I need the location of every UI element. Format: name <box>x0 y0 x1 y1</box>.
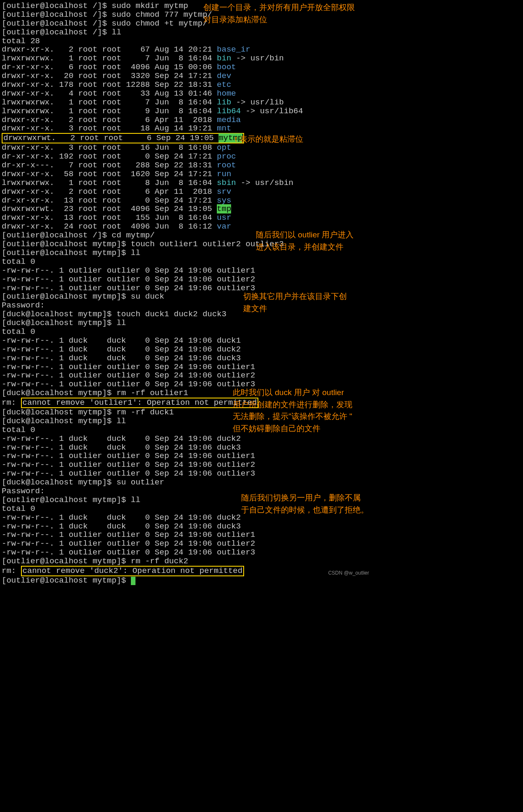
list-row: drwxrwxrwt. 23 root root 4096 Sep 24 19:… <box>2 205 371 213</box>
list-row: dr-xr-xr-x. 6 root root 4096 Aug 15 00:0… <box>2 63 371 72</box>
cursor <box>131 577 135 585</box>
list-row: drwxr-xr-x. 2 root root 6 Apr 11 2018 sr… <box>2 187 371 196</box>
annotation-sticky-bit: t 表示的就是粘滞位 <box>235 133 303 146</box>
annotation-switch-user: 切换其它用户并在该目录下创建文件 <box>243 291 347 315</box>
list-row: -rw-rw-r--. 1 outlier outlier 0 Sep 24 1… <box>2 363 371 372</box>
list-row: -rw-rw-r--. 1 duck duck 0 Sep 24 19:06 d… <box>2 443 371 452</box>
list-row: dr-xr-x---. 7 root root 288 Sep 22 18:31… <box>2 161 371 170</box>
list-row: drwxr-xr-x. 3 root root 16 Jun 8 16:08 o… <box>2 143 371 152</box>
list-row: drwxr-xr-x. 13 root root 155 Jun 8 16:04… <box>2 213 371 222</box>
list-row: dr-xr-xr-x. 192 root root 0 Sep 24 17:21… <box>2 152 371 161</box>
error-box-1: cannot remove 'outlier1': Operation not … <box>21 398 259 408</box>
list-row: drwxr-xr-x. 2 root root 6 Apr 11 2018 me… <box>2 116 371 125</box>
list-row: -rw-rw-r--. 1 outlier outlier 0 Sep 24 1… <box>2 539 371 548</box>
list-row: -rw-rw-r--. 1 duck duck 0 Sep 24 19:06 d… <box>2 345 371 354</box>
annotation-switch-again: 随后我们切换另一用户，删除不属于自己文件的时候，也遭到了拒绝。 <box>241 492 369 516</box>
annotation-create-dir: 创建一个目录，并对所有用户开放全部权限对目录添加粘滞位 <box>203 2 355 26</box>
list-row: lrwxrwxrwx. 1 root root 9 Jun 8 16:04 li… <box>2 107 371 116</box>
list-row: drwxrwxrwt. 2 root root 6 Sep 24 19:05 m… <box>2 133 371 143</box>
list-row: lrwxrwxrwx. 1 root root 8 Jun 8 16:04 sb… <box>2 179 371 187</box>
list-row: -rw-rw-r--. 1 duck duck 0 Sep 24 19:06 d… <box>2 522 371 531</box>
error-box-2: cannot remove 'duck2': Operation not per… <box>21 566 245 576</box>
list-row: drwxr-xr-x. 2 root root 67 Aug 14 20:21 … <box>2 45 371 54</box>
list-row: -rw-rw-r--. 1 outlier outlier 0 Sep 24 1… <box>2 275 371 284</box>
list-row: lrwxrwxrwx. 1 root root 7 Jun 8 16:04 li… <box>2 98 371 107</box>
list-row: -rw-rw-r--. 1 outlier outlier 0 Sep 24 1… <box>2 531 371 539</box>
list-row: drwxr-xr-x. 3 root root 18 Aug 14 19:21 … <box>2 124 371 133</box>
list-row: lrwxrwxrwx. 1 root root 7 Jun 8 16:04 bi… <box>2 54 371 63</box>
annotation-delete-denied: 此时我们以 duck 用户 对 outlier用户所创建的文件进行删除，发现无法… <box>233 387 352 435</box>
list-row: -rw-rw-r--. 1 outlier outlier 0 Sep 24 1… <box>2 461 371 469</box>
list-row: drwxr-xr-x. 20 root root 3320 Sep 24 17:… <box>2 72 371 81</box>
watermark: CSDN @w_outlier <box>328 570 369 576</box>
list-row: -rw-rw-r--. 1 duck duck 0 Sep 24 19:06 d… <box>2 336 371 345</box>
list-row: -rw-rw-r--. 1 outlier outlier 0 Sep 24 1… <box>2 266 371 275</box>
list-row: -rw-rw-r--. 1 outlier outlier 0 Sep 24 1… <box>2 548 371 557</box>
list-row: -rw-rw-r--. 1 outlier outlier 0 Sep 24 1… <box>2 469 371 478</box>
list-row: -rw-rw-r--. 1 duck duck 0 Sep 24 19:06 d… <box>2 354 371 363</box>
list-row: drwxr-xr-x. 178 root root 12288 Sep 22 1… <box>2 81 371 89</box>
list-row: -rw-rw-r--. 1 outlier outlier 0 Sep 24 1… <box>2 452 371 461</box>
list-row: dr-xr-xr-x. 13 root root 0 Sep 24 17:21 … <box>2 196 371 205</box>
list-row: drwxr-xr-x. 58 root root 1620 Sep 24 17:… <box>2 170 371 179</box>
list-row: -rw-rw-r--. 1 duck duck 0 Sep 24 19:06 d… <box>2 435 371 443</box>
list-row: drwxr-xr-x. 4 root root 33 Aug 13 01:46 … <box>2 89 371 98</box>
annotation-enter-dir: 随后我们以 outlier 用户进入进入该目录，并创建文件 <box>256 229 354 253</box>
list-row: -rw-rw-r--. 1 outlier outlier 0 Sep 24 1… <box>2 371 371 380</box>
